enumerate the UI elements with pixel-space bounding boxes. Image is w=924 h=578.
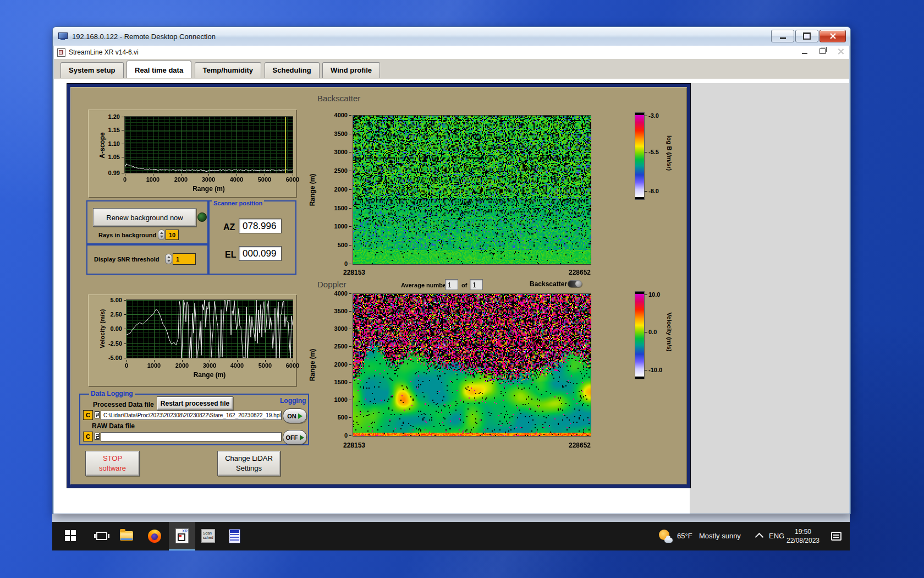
scan-scheduler-icon[interactable]: Scan sched: [201, 529, 215, 543]
rays-spinner[interactable]: [158, 230, 165, 240]
bs-ytick: 2500: [326, 167, 348, 174]
bs-ytick: 1000: [326, 223, 348, 230]
bs-cb-tick: -8.0: [648, 188, 659, 195]
rdp-window-title: 192.168.0.122 - Remote Desktop Connectio…: [72, 32, 216, 41]
velocity-ytick: -5.00: [100, 355, 122, 361]
raw-data-file-label: RAW Data file: [92, 422, 135, 430]
dp-ytick: 2500: [326, 343, 348, 350]
el-label: EL: [225, 250, 236, 260]
tab-scheduling[interactable]: Scheduling: [265, 62, 320, 78]
active-app-slot[interactable]: XR: [169, 522, 195, 550]
tab-real-time-data[interactable]: Real time data: [127, 61, 191, 78]
minimize-icon: [780, 37, 786, 39]
velocity-x-axis-label: Range (m): [127, 371, 293, 379]
rdp-close-button[interactable]: [820, 30, 846, 42]
stop-line2: software: [99, 464, 126, 473]
rdp-icon: [58, 32, 68, 40]
bs-ytick: 2000: [326, 186, 348, 193]
rdp-titlebar[interactable]: 192.168.0.122 - Remote Desktop Connectio…: [53, 27, 850, 46]
dp-x-start: 228153: [343, 441, 365, 449]
az-value-field[interactable]: 078.996: [239, 219, 282, 233]
tab-temp-humidity[interactable]: Temp/humidity: [195, 62, 261, 78]
snr-spinner[interactable]: [165, 254, 172, 264]
stop-software-button[interactable]: STOP software: [85, 451, 140, 476]
dp-ytick: 1500: [326, 379, 348, 385]
rdp-maximize-button[interactable]: [795, 30, 818, 42]
weather-description[interactable]: Mostly sunny: [699, 532, 741, 540]
clock-time: 19:50: [783, 527, 823, 536]
taskbar: XR Scan sched 65°F Mostly sunny ENG 19:5…: [52, 522, 850, 550]
restart-processed-file-button[interactable]: Restart processed file: [157, 396, 233, 410]
raw-path-field[interactable]: [101, 432, 282, 441]
dp-cb-tick: -10.0: [648, 367, 662, 374]
processed-data-file-label: Processed Data file: [93, 401, 154, 408]
raw-drive-selector[interactable]: C: [83, 432, 93, 441]
language-indicator[interactable]: ENG: [769, 532, 784, 540]
app-titlebar[interactable]: StreamLine XR v14-6.vi: [54, 46, 849, 59]
weather-icon[interactable]: [659, 530, 672, 543]
dp-cb-tick: 10.0: [648, 291, 660, 298]
raw-logging-off-button[interactable]: OFF: [283, 430, 307, 445]
bs-ytick: 500: [326, 242, 348, 248]
backscatter-toggle-switch[interactable]: [568, 280, 582, 287]
rdp-minimize-button[interactable]: [771, 30, 794, 42]
snr-value-field[interactable]: 1: [173, 253, 196, 265]
terminal-doc-icon[interactable]: [229, 529, 240, 543]
dp-x-end: 228652: [547, 441, 591, 449]
dp-ytick: 500: [326, 414, 348, 421]
on-label: ON: [287, 413, 296, 419]
processed-path-field[interactable]: C:\Lidar\Data\Proc\2023\202308\20230822\…: [101, 411, 282, 420]
doppler-title: Doppler: [317, 280, 346, 289]
dp-ytick: 2000: [326, 361, 348, 368]
tab-bar: System setup Real time data Temp/humidit…: [54, 59, 849, 79]
tab-system-setup[interactable]: System setup: [61, 62, 124, 78]
average-of-field[interactable]: 1: [470, 279, 483, 290]
path-type-icon[interactable]: [95, 433, 100, 440]
ascope-ytick: 1.20: [99, 113, 120, 120]
bs-ytick: 0: [326, 260, 348, 267]
el-value-field[interactable]: 000.099: [239, 246, 282, 261]
rays-value-field[interactable]: 10: [166, 230, 179, 240]
chevron-up-icon[interactable]: [755, 533, 764, 542]
task-view-icon[interactable]: [96, 532, 107, 540]
change-line2: Settings: [236, 464, 262, 473]
change-lidar-settings-button[interactable]: Change LiDAR Settings: [217, 451, 280, 476]
processed-drive-selector[interactable]: C: [83, 410, 93, 420]
backscatter-y-axis-label: Range (m): [309, 162, 316, 217]
snr-threshold-box: Display SNR threshold 1: [86, 244, 208, 275]
app-close-icon[interactable]: [838, 48, 844, 54]
logging-label: Logging: [278, 397, 307, 405]
renew-background-button[interactable]: Renew background now: [93, 208, 196, 227]
labview-vi-icon: [57, 48, 65, 57]
clock[interactable]: 19:50 22/08/2023: [783, 527, 823, 545]
tab-content-strip: [54, 79, 849, 83]
weather-temperature[interactable]: 65°F: [677, 532, 692, 540]
data-logging-title: Data Logging: [89, 390, 135, 397]
tab-wind-profile[interactable]: Wind profile: [322, 62, 380, 78]
velocity-ytick: 2.50: [100, 311, 122, 318]
scanner-position-box: Scanner position AZ 078.996 EL 000.099: [208, 200, 296, 275]
dp-ytick: 0: [326, 432, 348, 439]
doppler-colorbar: [635, 292, 644, 379]
app-minimize-icon[interactable]: [802, 53, 807, 54]
doppler-colorbar-label: Velocity (m/s): [666, 302, 673, 362]
average-number-field[interactable]: 1: [445, 279, 458, 290]
stop-line1: STOP: [103, 454, 122, 464]
processed-logging-on-button[interactable]: ON: [283, 408, 307, 423]
velocity-graph: Velocity (m/s) 5.00 2.50 0.00 -2.50 -5.0…: [88, 295, 296, 386]
notification-center-icon[interactable]: [831, 532, 842, 541]
xr-icon-label: XR: [182, 529, 188, 533]
path-type-icon[interactable]: [95, 411, 100, 418]
ascope-xtick: 2000: [170, 176, 192, 183]
start-button[interactable]: [65, 530, 76, 542]
ascope-xtick: 3000: [197, 176, 219, 183]
app-restore-icon[interactable]: [820, 48, 826, 54]
close-icon: [829, 33, 837, 39]
xr-icon-glyph: [178, 533, 185, 541]
cloud-icon: [664, 538, 673, 543]
file-explorer-icon[interactable]: [120, 531, 133, 541]
firefox-icon[interactable]: [148, 530, 161, 543]
rays-in-background-label: Rays in background: [98, 232, 156, 238]
on-arrow-icon: [298, 413, 302, 419]
velocity-ytick: 0.00: [100, 325, 122, 332]
